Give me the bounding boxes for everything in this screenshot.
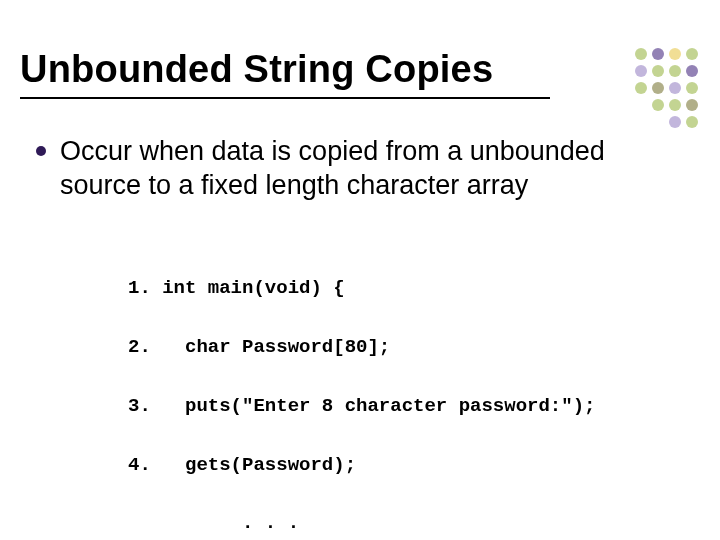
deco-dot bbox=[652, 99, 664, 111]
deco-dot bbox=[635, 99, 647, 111]
deco-dot bbox=[669, 116, 681, 128]
code-line: 1. int main(void) { bbox=[128, 274, 684, 303]
slide-title: Unbounded String Copies bbox=[20, 48, 700, 91]
code-line: 2. char Password[80]; bbox=[128, 333, 684, 362]
bullet-disc-icon bbox=[36, 146, 46, 156]
code-line: 4. gets(Password); bbox=[128, 451, 684, 480]
deco-dot bbox=[635, 116, 647, 128]
title-underline bbox=[20, 97, 550, 99]
bullet-item: Occur when data is copied from a unbound… bbox=[36, 135, 684, 203]
deco-dot bbox=[686, 99, 698, 111]
deco-dot bbox=[686, 116, 698, 128]
bullet-text: Occur when data is copied from a unbound… bbox=[60, 135, 684, 203]
code-block: 1. int main(void) { 2. char Password[80]… bbox=[128, 245, 684, 541]
deco-dot bbox=[652, 116, 664, 128]
slide-body: Occur when data is copied from a unbound… bbox=[36, 135, 684, 540]
code-line: 3. puts("Enter 8 character password:"); bbox=[128, 392, 684, 421]
code-line: . . . bbox=[128, 509, 684, 538]
deco-dot bbox=[669, 99, 681, 111]
title-block: Unbounded String Copies bbox=[20, 48, 700, 99]
slide: Unbounded String Copies Occur when data … bbox=[0, 0, 720, 540]
